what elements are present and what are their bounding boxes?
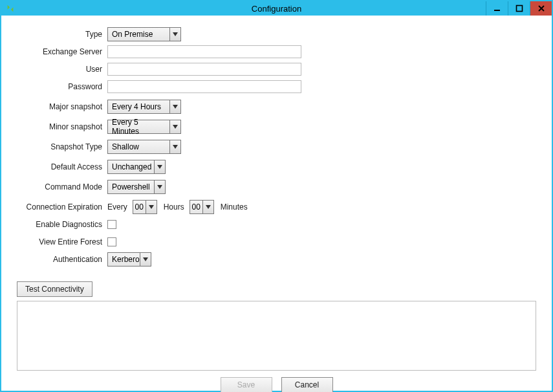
maximize-button[interactable] — [508, 1, 530, 16]
svg-rect-0 — [494, 10, 500, 11]
exp-hours-value: 00 — [133, 200, 146, 214]
default-access-label: Default Access — [17, 162, 107, 171]
cancel-button[interactable]: Cancel — [281, 377, 333, 392]
test-connectivity-button[interactable]: Test Connectivity — [17, 281, 92, 297]
chevron-down-icon — [140, 252, 151, 267]
chevron-down-icon — [202, 200, 214, 214]
default-access-dropdown[interactable]: Unchanged — [107, 160, 166, 174]
type-dropdown[interactable]: On Premise — [107, 27, 181, 41]
user-label: User — [17, 65, 107, 74]
minimize-button[interactable] — [486, 1, 508, 16]
minor-snapshot-label: Minor snapshot — [17, 122, 107, 131]
type-label: Type — [17, 30, 107, 39]
save-button[interactable]: Save — [221, 377, 272, 392]
command-mode-label: Command Mode — [17, 182, 107, 191]
enable-diagnostics-checkbox[interactable] — [107, 220, 116, 229]
titlebar: Configuration — [1, 1, 552, 16]
chevron-down-icon — [146, 200, 157, 214]
major-snapshot-dropdown[interactable]: Every 4 Hours — [107, 100, 181, 114]
every-label: Every — [107, 202, 127, 212]
snapshot-type-label: Snapshot Type — [17, 142, 107, 151]
svg-rect-1 — [516, 6, 522, 12]
chevron-down-icon — [154, 160, 166, 174]
command-mode-dropdown[interactable]: Powershell — [107, 180, 166, 194]
chevron-down-icon — [154, 180, 166, 194]
authentication-value: Kerberos — [107, 252, 140, 267]
view-entire-forest-label: View Entire Forest — [17, 237, 107, 246]
connection-expiration-label: Connection Expiration — [17, 202, 107, 212]
exp-hours-dropdown[interactable]: 00 — [133, 200, 157, 214]
view-entire-forest-checkbox[interactable] — [107, 237, 116, 246]
minor-snapshot-dropdown[interactable]: Every 5 Minutes — [107, 120, 181, 134]
minor-snapshot-value: Every 5 Minutes — [107, 120, 169, 134]
major-snapshot-value: Every 4 Hours — [107, 100, 169, 114]
default-access-value: Unchanged — [107, 160, 154, 174]
command-mode-value: Powershell — [107, 180, 154, 194]
chevron-down-icon — [169, 100, 181, 114]
user-input[interactable] — [107, 63, 301, 76]
window-controls — [486, 1, 552, 16]
enable-diagnostics-label: Enable Diagnostics — [17, 220, 107, 229]
major-snapshot-label: Major snapshot — [17, 102, 107, 111]
close-button[interactable] — [530, 1, 552, 16]
chevron-down-icon — [169, 120, 181, 134]
minutes-label: Minutes — [221, 202, 248, 212]
hours-label: Hours — [164, 202, 184, 212]
snapshot-type-value: Shallow — [107, 140, 169, 154]
authentication-label: Authentication — [17, 255, 107, 264]
password-input[interactable] — [107, 80, 301, 93]
app-icon — [5, 3, 16, 14]
chevron-down-icon — [169, 27, 181, 41]
password-label: Password — [17, 82, 107, 91]
exp-minutes-dropdown[interactable]: 00 — [190, 200, 214, 214]
exp-minutes-value: 00 — [190, 200, 202, 214]
snapshot-type-dropdown[interactable]: Shallow — [107, 140, 181, 154]
output-textarea[interactable] — [17, 301, 536, 371]
type-value: On Premise — [107, 27, 169, 41]
authentication-dropdown[interactable]: Kerberos — [107, 252, 151, 267]
content-area: Type On Premise Exchange Server User Pas… — [1, 16, 552, 392]
footer-buttons: Save Cancel — [17, 371, 536, 392]
chevron-down-icon — [169, 140, 181, 154]
config-window: Configuration Type On Premise Exchange S… — [0, 0, 553, 392]
exchange-server-label: Exchange Server — [17, 47, 107, 56]
window-title: Configuration — [1, 4, 552, 14]
exchange-server-input[interactable] — [107, 45, 301, 58]
